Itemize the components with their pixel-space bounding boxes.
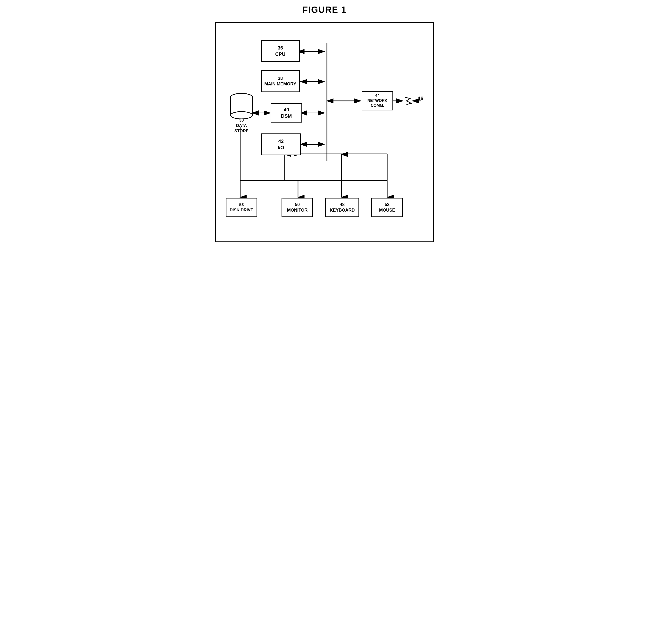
disk-drive-box: 53 DISK DRIVE — [226, 198, 257, 217]
disk-drive-id: 53 — [239, 202, 244, 208]
data-store-label: DATASTORE — [234, 123, 249, 133]
figure-title: FIGURE 1 — [215, 5, 434, 15]
main-memory-id: 38 — [278, 76, 283, 81]
io-label: I/O — [278, 144, 284, 151]
cpu-label: CPU — [275, 51, 286, 57]
data-store-container: 30 DATASTORE — [228, 92, 255, 134]
dsm-box: 40 DSM — [271, 103, 302, 123]
keyboard-label: KEYBOARD — [330, 208, 355, 213]
mouse-id: 52 — [385, 202, 390, 208]
disk-drive-label: DISK DRIVE — [229, 208, 253, 213]
io-box: 42 I/O — [261, 133, 301, 155]
dsm-label: DSM — [281, 113, 292, 119]
io-id: 42 — [278, 138, 284, 144]
cpu-id: 36 — [278, 45, 283, 51]
main-memory-label: MAIN MEMORY — [264, 81, 296, 87]
network-comm-id: 44 — [375, 93, 380, 98]
mouse-label: MOUSE — [379, 208, 395, 213]
monitor-label: MONITOR — [287, 208, 308, 213]
keyboard-id: 48 — [340, 202, 345, 208]
mouse-box: 52 MOUSE — [371, 198, 403, 217]
network-label: 46 — [418, 95, 423, 102]
network-comm-box: 44 NETWORK COMM. — [362, 91, 393, 110]
network-comm-label: NETWORK COMM. — [367, 98, 388, 108]
monitor-id: 50 — [295, 202, 300, 208]
diagram-area: 36 CPU 38 MAIN MEMORY 40 DSM 42 I/O 44 N — [223, 30, 426, 229]
data-store-id: 30 — [239, 118, 244, 123]
cpu-box: 36 CPU — [261, 40, 300, 62]
keyboard-box: 48 KEYBOARD — [325, 198, 359, 217]
svg-rect-29 — [231, 97, 252, 101]
dsm-id: 40 — [284, 106, 289, 113]
main-memory-box: 38 MAIN MEMORY — [261, 71, 300, 92]
monitor-box: 50 MONITOR — [282, 198, 313, 217]
